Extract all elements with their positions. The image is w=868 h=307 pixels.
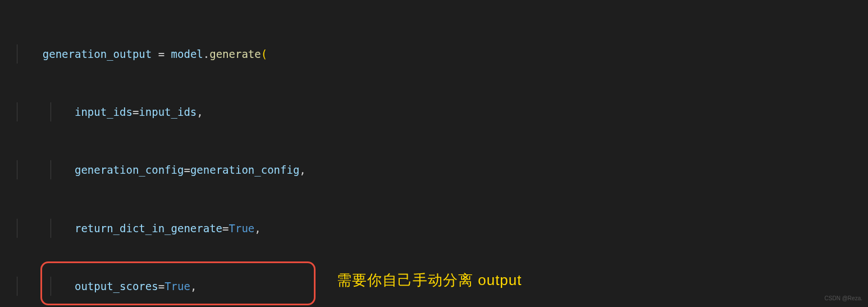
code-line-3: generation_config=generation_config, xyxy=(17,160,868,179)
code-line-1: generation_output = model.generate( xyxy=(17,44,868,64)
annotation-text: 需要你自己手动分离 output xyxy=(337,267,522,294)
code-line-4: return_dict_in_generate=True, xyxy=(17,219,868,238)
code-editor[interactable]: generation_output = model.generate( inpu… xyxy=(0,6,868,307)
watermark-text: CSDN @Reza. xyxy=(825,294,862,304)
code-line-2: input_ids=input_ids, xyxy=(17,102,868,121)
